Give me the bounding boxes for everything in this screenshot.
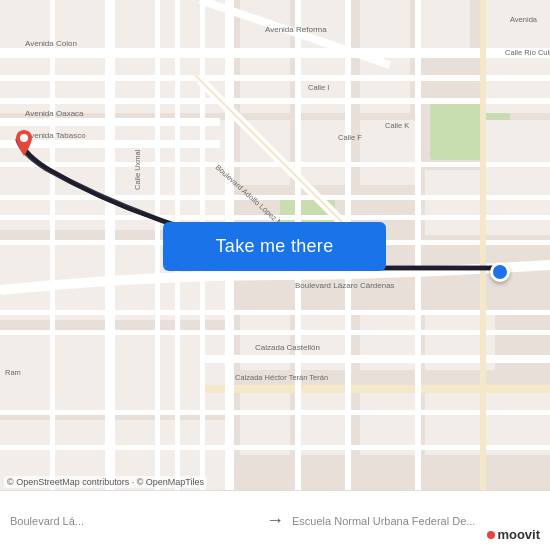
svg-rect-45 [0,195,550,200]
svg-rect-34 [300,385,350,455]
svg-rect-19 [480,0,550,50]
svg-text:Calle F: Calle F [338,133,362,142]
svg-rect-33 [240,385,290,455]
svg-point-77 [20,134,28,142]
route-to: Escuela Normal Urbana Federal De... [292,515,540,527]
svg-rect-58 [50,0,55,490]
svg-text:Avenida Reforma: Avenida Reforma [265,25,327,34]
svg-rect-18 [420,0,470,50]
svg-rect-25 [300,120,350,185]
moovit-logo: moovit [487,527,540,542]
map-attribution: © OpenStreetMap contributors · © OpenMap… [4,476,207,488]
take-me-there-button[interactable]: Take me there [163,222,386,271]
svg-text:Boulevard Lázaro Cárdenas: Boulevard Lázaro Cárdenas [295,281,395,290]
route-from: Boulevard Lá... [10,515,258,527]
moovit-brand-name: moovit [497,527,540,542]
svg-rect-50 [0,410,550,415]
svg-rect-51 [0,445,550,450]
svg-rect-11 [115,330,225,410]
svg-text:Calle K: Calle K [385,121,409,130]
svg-rect-9 [115,120,225,230]
svg-text:Calle Río Culiacán: Calle Río Culiacán [505,48,550,57]
svg-text:Calle I: Calle I [308,83,329,92]
destination-pin [490,262,510,282]
svg-text:Avenida Oaxaca: Avenida Oaxaca [25,109,84,118]
svg-text:Avenida Colon: Avenida Colon [25,39,77,48]
moovit-dot [487,531,495,539]
svg-rect-35 [360,385,415,455]
svg-rect-36 [425,385,550,455]
svg-rect-20 [240,58,290,113]
svg-rect-59 [155,0,160,490]
svg-rect-44 [0,162,550,167]
svg-text:Calzada Héctor Terán Terán: Calzada Héctor Terán Terán [235,373,328,382]
svg-rect-48 [0,310,550,315]
svg-rect-40 [200,355,550,363]
route-to-label: Escuela Normal Urbana Federal De... [292,515,540,527]
svg-text:Avenida: Avenida [510,15,538,24]
svg-rect-42 [0,75,550,81]
svg-rect-7 [115,0,225,50]
svg-text:Ram: Ram [5,368,21,377]
route-from-label: Boulevard Lá... [10,515,258,527]
svg-rect-49 [0,330,550,335]
svg-rect-23 [480,58,550,113]
svg-rect-56 [415,0,421,490]
origin-pin [12,130,36,164]
svg-rect-57 [480,0,486,490]
bottom-navigation-bar: Boulevard Lá... → Escuela Normal Urbana … [0,490,550,550]
svg-rect-43 [0,98,550,104]
svg-rect-37 [0,48,550,58]
map-view: Avenida Colon Avenida Oaxaca Avenida Tab… [0,0,550,490]
svg-rect-41 [200,385,550,393]
svg-text:Calle Uxmal: Calle Uxmal [133,149,142,190]
route-arrow: → [258,510,292,531]
svg-text:Calzada Castellón: Calzada Castellón [255,343,320,352]
svg-rect-52 [105,0,115,490]
svg-rect-17 [360,0,410,50]
